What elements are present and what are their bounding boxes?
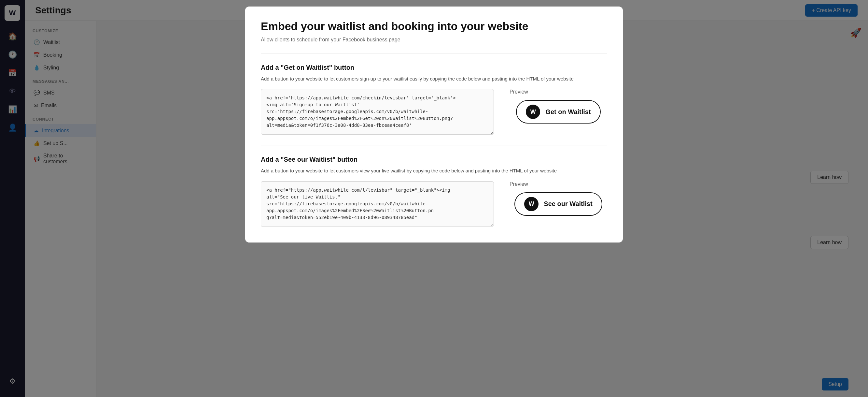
see-our-waitlist-text: See our Waitlist (544, 200, 592, 208)
section2-title: Add a "See our Waitlist" button (261, 156, 607, 163)
section2-desc: Add a button to your website to let cust… (261, 167, 607, 175)
get-on-waitlist-text: Get on Waitlist (545, 108, 591, 116)
section2-preview-area: Preview W See our Waitlist (509, 181, 607, 216)
section2-preview-label: Preview (509, 181, 528, 187)
modal-divider-2 (261, 145, 607, 145)
waitlist-logo-icon-2: W (524, 197, 538, 211)
section2-code-textarea[interactable] (261, 181, 494, 227)
section1-content: Preview W Get on Waitlist (261, 89, 607, 135)
see-our-waitlist-button-preview[interactable]: W See our Waitlist (515, 192, 602, 216)
modal-subtitle: Allow clients to schedule from your Face… (261, 37, 607, 43)
section1-preview-area: Preview W Get on Waitlist (509, 89, 607, 123)
see-waitlist-section: Add a "See our Waitlist" button Add a bu… (261, 156, 607, 227)
section1-desc: Add a button to your website to let cust… (261, 75, 607, 83)
section1-title: Add a "Get on Waitlist" button (261, 64, 607, 72)
modal-overlay[interactable]: Embed your waitlist and booking into you… (0, 0, 868, 397)
get-on-waitlist-section: Add a "Get on Waitlist" button Add a but… (261, 64, 607, 135)
section1-code-textarea[interactable] (261, 89, 494, 135)
modal: Embed your waitlist and booking into you… (245, 6, 623, 243)
section1-preview-label: Preview (509, 89, 528, 95)
get-on-waitlist-button-preview[interactable]: W Get on Waitlist (516, 100, 600, 123)
modal-title: Embed your waitlist and booking into you… (261, 20, 607, 33)
waitlist-logo-icon: W (526, 105, 540, 119)
section2-content: Preview W See our Waitlist (261, 181, 607, 227)
